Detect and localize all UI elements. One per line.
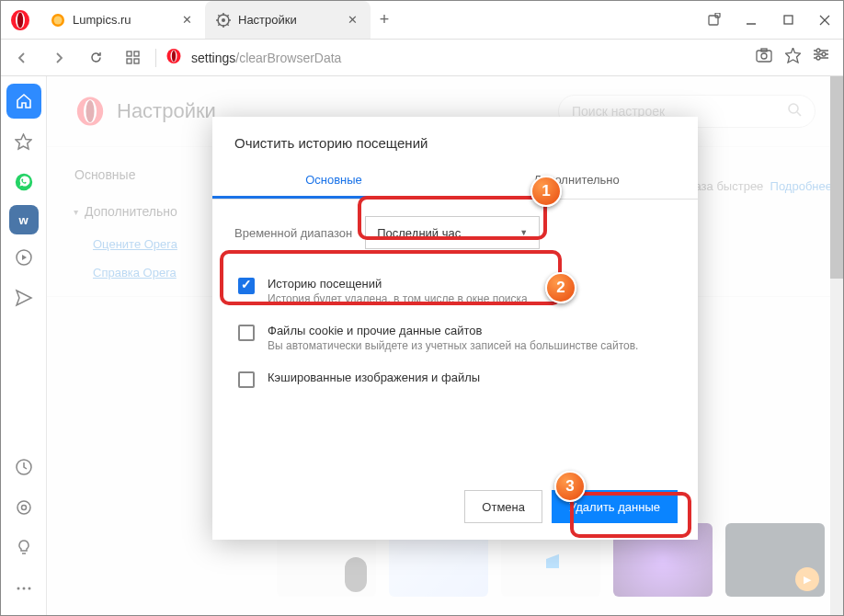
opera-menu-button[interactable] <box>1 1 40 40</box>
address-bar: settings/clearBrowserData <box>1 40 843 76</box>
svg-point-19 <box>172 51 176 62</box>
time-range-label: Временной диапазон <box>234 226 352 240</box>
time-range-select[interactable]: Последний час <box>365 216 540 249</box>
site-info-icon[interactable] <box>165 48 182 67</box>
titlebar: Lumpics.ru ✕ Настройки ✕ + <box>1 1 843 40</box>
speed-dial-button[interactable] <box>119 44 146 72</box>
minimize-button[interactable] <box>733 1 770 40</box>
tab-strip: Lumpics.ru ✕ Настройки ✕ + <box>40 1 696 39</box>
scrollbar[interactable] <box>830 76 843 615</box>
svg-point-28 <box>816 56 820 60</box>
sidebar-more[interactable] <box>6 571 41 606</box>
time-range-row: Временной диапазон Последний час <box>212 200 698 258</box>
forward-button[interactable] <box>45 44 73 72</box>
svg-point-2 <box>17 12 23 28</box>
svg-point-34 <box>17 587 19 590</box>
sidebar-player[interactable] <box>6 240 41 275</box>
modal-title: Очистить историю посещений <box>212 117 698 164</box>
sidebar-history[interactable] <box>6 450 41 485</box>
close-tab-icon[interactable]: ✕ <box>345 13 359 28</box>
svg-point-26 <box>816 49 820 52</box>
svg-point-32 <box>17 501 30 514</box>
svg-point-6 <box>222 18 225 22</box>
sidebar: w <box>1 76 47 615</box>
easy-setup-icon[interactable] <box>814 48 828 67</box>
cancel-button[interactable]: Отмена <box>464 490 542 523</box>
modal-tabs: Основные Дополнительно <box>212 164 698 200</box>
check-cookies[interactable]: Файлы cookie и прочие данные сайтов Вы а… <box>234 314 676 361</box>
url-text: settings/clearBrowserData <box>191 51 341 65</box>
marker-2: 2 <box>545 272 576 303</box>
bookmark-icon[interactable] <box>785 48 801 67</box>
sidebar-tips[interactable] <box>6 530 41 565</box>
svg-point-36 <box>28 587 30 590</box>
close-window-button[interactable] <box>806 1 843 40</box>
svg-rect-16 <box>134 59 139 63</box>
tab-label: Lumpics.ru <box>73 13 131 27</box>
extensions-icon[interactable] <box>696 1 733 40</box>
favicon-lumpics-icon <box>51 13 65 28</box>
reload-button[interactable] <box>82 44 109 72</box>
favicon-settings-icon <box>216 13 231 28</box>
checklist: Историю посещений История будет удалена,… <box>212 258 698 406</box>
new-tab-button[interactable]: + <box>371 1 398 39</box>
browser-window: Lumpics.ru ✕ Настройки ✕ + <box>0 0 844 616</box>
check-cache[interactable]: Кэшированные изображения и файлы <box>234 361 676 397</box>
sidebar-bookmarks[interactable] <box>6 124 41 159</box>
window-controls <box>696 1 843 40</box>
sidebar-home[interactable] <box>6 84 41 119</box>
check-title: Файлы cookie и прочие данные сайтов <box>268 324 638 337</box>
opera-icon <box>9 9 31 31</box>
clear-data-modal: Очистить историю посещений Основные Допо… <box>212 117 698 540</box>
close-tab-icon[interactable]: ✕ <box>179 13 194 28</box>
svg-point-35 <box>22 587 25 590</box>
snapshot-icon[interactable] <box>756 48 772 67</box>
svg-rect-10 <box>784 16 793 24</box>
sidebar-whatsapp[interactable] <box>6 165 41 200</box>
checkbox-cache[interactable] <box>238 371 255 388</box>
svg-point-33 <box>21 506 26 510</box>
svg-point-4 <box>54 16 63 24</box>
tab-lumpics[interactable]: Lumpics.ru ✕ <box>40 1 205 39</box>
svg-point-21 <box>761 53 767 59</box>
checkbox-cookies[interactable] <box>238 325 255 341</box>
modal-tab-basic[interactable]: Основные <box>212 164 455 199</box>
sidebar-messenger[interactable] <box>6 280 41 315</box>
svg-rect-20 <box>757 51 771 62</box>
checkbox-history[interactable] <box>238 278 255 294</box>
marker-3: 3 <box>554 471 586 502</box>
tab-settings[interactable]: Настройки ✕ <box>205 1 371 39</box>
scrollbar-thumb[interactable] <box>830 76 843 279</box>
svg-point-27 <box>822 52 826 56</box>
svg-rect-15 <box>127 59 131 63</box>
back-button[interactable] <box>8 44 36 72</box>
check-title: Историю посещений <box>268 277 528 291</box>
maximize-button[interactable] <box>770 1 806 40</box>
check-title: Кэшированные изображения и файлы <box>268 371 480 384</box>
svg-rect-14 <box>134 51 139 56</box>
modal-tab-advanced[interactable]: Дополнительно <box>455 164 698 199</box>
check-sub: История будет удалена, в том числе в окн… <box>268 292 528 305</box>
check-sub: Вы автоматически выйдете из учетных запи… <box>268 339 638 352</box>
url-field[interactable]: settings/clearBrowserData <box>165 48 747 67</box>
sidebar-vk[interactable]: w <box>9 205 39 234</box>
check-history[interactable]: Историю посещений История будет удалена,… <box>234 268 676 314</box>
sidebar-settings[interactable] <box>6 490 41 525</box>
svg-rect-13 <box>127 51 131 56</box>
marker-1: 1 <box>530 176 562 207</box>
tab-label: Настройки <box>238 13 297 27</box>
